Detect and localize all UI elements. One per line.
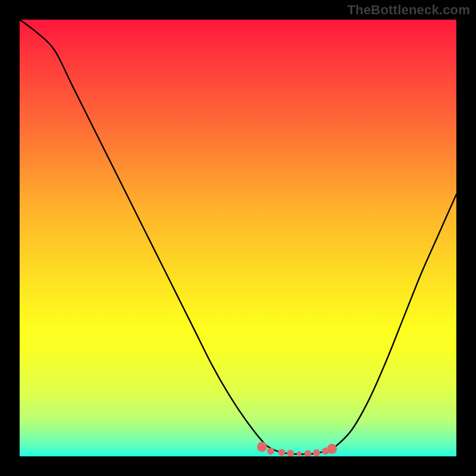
watermark-text: TheBottleneck.com (347, 2, 470, 18)
marker-dot (278, 449, 285, 456)
marker-dot (313, 449, 320, 456)
marker-dot (327, 444, 337, 454)
marker-dot (297, 452, 302, 456)
marker-dot (257, 441, 267, 452)
marker-dot (267, 447, 274, 455)
marker-dot (287, 450, 294, 456)
marker-dot (304, 450, 311, 456)
curve-minimum-markers (20, 20, 456, 456)
